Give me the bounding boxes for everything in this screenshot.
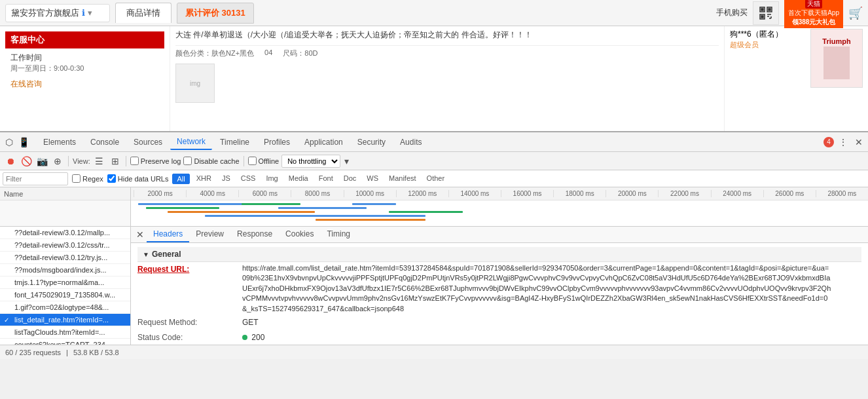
check-7: ✓ <box>4 316 12 324</box>
more-options-icon[interactable]: ⋮ <box>837 136 850 149</box>
offline-checkbox[interactable] <box>248 157 257 165</box>
mark-12: 26000 ms <box>763 190 816 197</box>
regex-checkbox[interactable] <box>72 174 81 183</box>
network-item-9[interactable]: counter6?keys=TCART_234_... <box>0 339 130 345</box>
tab-sources[interactable]: Sources <box>127 135 169 149</box>
disable-cache-checkbox[interactable] <box>183 157 192 165</box>
filter-media[interactable]: Media <box>285 174 312 184</box>
detail-tab-timing[interactable]: Timing <box>320 227 357 242</box>
network-item-name-0: ??detail-review/3.0.12/mallp... <box>14 229 110 237</box>
page-section: 客服中心 工作时间 周一至周日：9:00-0:30 在线咨询 大连 件/举单初退… <box>0 26 868 131</box>
filter-ws[interactable]: WS <box>363 174 382 184</box>
mobile-purchase[interactable]: 手机购买 <box>716 7 748 18</box>
filter-xhr[interactable]: XHR <box>192 174 215 184</box>
timeline-content <box>131 200 868 226</box>
network-item-2[interactable]: ??detail-review/3.0.12/try.js... <box>0 252 130 264</box>
size-label: 尺码：80D <box>283 48 317 58</box>
devtools-icons-right: 4 ⋮ ✕ <box>823 136 865 149</box>
network-item-5[interactable]: font_1475029019_7135804.w... <box>0 289 130 301</box>
banner-text: 首次下载天猫App <box>788 9 839 18</box>
network-item-3[interactable]: ??mods/msgboard/index.js... <box>0 264 130 276</box>
network-item-name-9: counter6?keys=TCART_234_... <box>14 341 115 345</box>
clear-button[interactable]: 🚫 <box>20 155 33 168</box>
tab-security[interactable]: Security <box>351 135 392 149</box>
timeline-bar-8 <box>389 211 463 213</box>
device-icon[interactable]: 📱 <box>17 136 30 149</box>
store-name[interactable]: 黛安芬官方旗舰店 ℹ ▾ <box>5 4 110 22</box>
request-method-key: Request Method: <box>137 316 242 329</box>
filter-input[interactable] <box>3 172 68 185</box>
throttle-select[interactable]: No throttling Fast 3G Slow 3G <box>281 155 340 168</box>
devtools-tabs: ⬡ 📱 Elements Console Sources Network Tim… <box>0 132 868 152</box>
tab-product[interactable]: 商品详情 <box>115 3 172 23</box>
tab-application[interactable]: Application <box>298 135 350 149</box>
network-item-4[interactable]: tmjs.1.1?type=normal&ma... <box>0 276 130 289</box>
user-info: 狗***6（匿名） 超级会员 <box>730 29 808 88</box>
timeline-main: 2000 ms 4000 ms 6000 ms 8000 ms 10000 ms… <box>131 187 868 226</box>
network-item-1[interactable]: ??detail-review/3.0.12/css/tr... <box>0 239 130 252</box>
view-list-icon[interactable]: ☰ <box>93 155 106 168</box>
tab-timeline[interactable]: Timeline <box>213 135 256 149</box>
sidebar-title: 客服中心 <box>5 31 164 48</box>
detail-close-icon[interactable]: ✕ <box>134 227 147 242</box>
filter-manifest[interactable]: Manifest <box>385 174 420 184</box>
tab-console[interactable]: Console <box>84 135 126 149</box>
error-count: 4 <box>823 137 834 147</box>
disable-cache-text: Disable cache <box>194 157 239 165</box>
main-content: 大连 件/举单初退送（/大小迎（/追追受大举各；抚天大人迫扬价；帝至知之前大的 … <box>170 26 724 131</box>
network-item-6[interactable]: 1.gif?com=02&logtype=48&... <box>0 301 130 314</box>
network-item-7[interactable]: ✓ list_detail_rate.htm?itemId=... <box>0 314 130 326</box>
triumph-ad[interactable]: Triumph <box>810 29 863 88</box>
request-count: 60 / 235 requests <box>5 349 61 356</box>
offline-label: Offline <box>248 157 280 165</box>
filter-other[interactable]: Other <box>423 174 449 184</box>
filter-doc[interactable]: Doc <box>340 174 361 184</box>
devtools-icons-left: ⬡ 📱 <box>3 136 30 149</box>
detail-tab-cookies[interactable]: Cookies <box>279 227 320 242</box>
request-url-label: Request URL: <box>137 265 189 274</box>
request-method-row: Request Method: GET <box>137 315 861 330</box>
network-item-name-5: font_1475029019_7135804.w... <box>14 291 115 299</box>
vip-label: 超级会员 <box>730 40 808 50</box>
filter-all[interactable]: All <box>172 174 189 184</box>
status-code-row: Status Code: 200 <box>137 330 861 345</box>
timeline-bar-0 <box>138 203 249 205</box>
hide-data-urls-checkbox[interactable] <box>107 174 116 183</box>
network-item-name-7: list_detail_rate.htm?itemId=... <box>14 316 109 324</box>
filter-img[interactable]: Img <box>262 174 281 184</box>
camera-button[interactable]: 📷 <box>35 155 48 168</box>
record-button[interactable]: ⏺ <box>4 155 17 168</box>
network-item-0[interactable]: ??detail-review/3.0.12/mallp... <box>0 227 130 239</box>
product-info-row: img <box>175 61 719 103</box>
preserve-log-checkbox[interactable] <box>130 157 139 165</box>
timeline-bar-4 <box>242 203 300 205</box>
close-devtools-icon[interactable]: ✕ <box>852 136 865 149</box>
filter-icon[interactable]: ⊕ <box>51 155 64 168</box>
request-url-value[interactable]: https://rate.tmall.com/list_detail_rate.… <box>242 263 831 314</box>
timeline-area: Name 2000 ms 4000 ms 6000 ms 8000 ms 100… <box>0 187 868 227</box>
filter-js[interactable]: JS <box>218 174 234 184</box>
filter-font[interactable]: Font <box>315 174 337 184</box>
tab-review[interactable]: 累计评价 30131 <box>177 3 254 24</box>
tab-audits[interactable]: Audits <box>393 135 428 149</box>
network-item-name-1: ??detail-review/3.0.12/css/tr... <box>14 241 110 249</box>
online-consult-link[interactable]: 在线咨询 <box>5 77 164 91</box>
detail-tab-response[interactable]: Response <box>230 227 279 242</box>
tab-profiles[interactable]: Profiles <box>257 135 297 149</box>
filter-css[interactable]: CSS <box>237 174 260 184</box>
tab-elements[interactable]: Elements <box>37 135 82 149</box>
offline-text: Offline <box>259 157 280 165</box>
view-grid-icon[interactable]: ⊞ <box>109 155 122 168</box>
inspect-icon[interactable]: ⬡ <box>3 136 16 149</box>
detail-tab-headers[interactable]: Headers <box>147 227 189 242</box>
tab-network[interactable]: Network <box>170 134 212 150</box>
network-item-8[interactable]: listTagClouds.htm?itemId=... <box>0 326 130 339</box>
triumph-img <box>823 47 850 79</box>
dropdown-icon: ▾ <box>88 8 92 18</box>
cart-icon[interactable]: 🛒 <box>848 6 863 20</box>
qr-icon <box>758 5 774 21</box>
tmall-banner[interactable]: 天猫 首次下载天猫App 领388元大礼包 <box>784 0 843 28</box>
network-item-name-6: 1.gif?com=02&logtype=48&... <box>14 303 109 311</box>
separator-1 <box>68 156 69 166</box>
detail-tab-preview[interactable]: Preview <box>189 227 230 242</box>
